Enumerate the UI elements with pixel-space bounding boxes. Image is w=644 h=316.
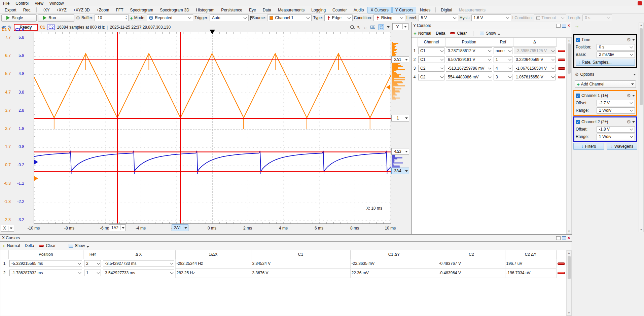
ycursor-tag-1[interactable]: 1 (391, 115, 409, 121)
time-checkbox[interactable]: ✓ (576, 38, 580, 42)
tab-x-cursors[interactable]: X Cursors (367, 7, 391, 13)
ycursor-position-select[interactable]: 554.4483986 mV (446, 74, 492, 80)
tab-persistence[interactable]: Persistence (218, 7, 245, 13)
ycursor-tag-2d1[interactable]: 2Δ1 (391, 56, 409, 63)
tab-data[interactable]: Data (260, 7, 274, 13)
clear-cursors-button[interactable]: Clear (39, 243, 56, 248)
tab-xyz[interactable]: +XYZ (53, 7, 69, 13)
channel2-gear-icon[interactable]: ⚙ (627, 119, 631, 124)
trigger-flag-icon[interactable] (250, 16, 251, 20)
add-normal-cursor-button[interactable]: +Normal (2, 243, 20, 248)
tab-notes[interactable]: Notes (417, 7, 433, 13)
dock-icon[interactable] (556, 24, 561, 28)
tab-digital[interactable]: Digital (438, 7, 455, 13)
channel2-range-select[interactable]: 1 V/div (597, 134, 635, 140)
wavegens-button[interactable]: ↓Wavegens (607, 143, 637, 150)
condition-select[interactable]: Rising (373, 14, 405, 21)
tab-export[interactable]: Export (2, 7, 20, 13)
xcursor-tag-1d2[interactable]: 1Δ2 (109, 224, 126, 231)
close-icon[interactable]: × (568, 24, 570, 28)
waveform-plot[interactable]: X: 10 ms (34, 32, 391, 224)
mode-add-icon[interactable]: + (130, 16, 133, 20)
sidebar-scrollbar[interactable]: ▲▼ (639, 23, 644, 232)
tab-rec[interactable]: Rec. (20, 7, 35, 13)
tab-zoom[interactable]: +Zoom (94, 7, 112, 13)
channel1-gear-icon[interactable]: ⚙ (627, 93, 631, 98)
channel1-offset-select[interactable]: -2.7 V (597, 100, 635, 106)
mode-select[interactable]: Repeated (147, 14, 193, 21)
xcursor-position-select[interactable]: -5.329215565 ms (9, 260, 82, 267)
ycursor-delta-select[interactable]: -3.3985765125 V (514, 47, 556, 54)
tab-eye[interactable]: Eye (246, 7, 259, 13)
tab-counter[interactable]: Counter (329, 7, 350, 13)
menu-item-file[interactable]: File (0, 0, 12, 6)
layout-grid-button[interactable]: 1 23 4 (378, 24, 384, 30)
tab-spectrogram-3d[interactable]: Spectrogram 3D (157, 7, 192, 13)
tab-xy[interactable]: +XY (39, 7, 52, 13)
ycursor-tag-3d4[interactable]: 3Δ4 (391, 168, 409, 174)
add-normal-cursor-button[interactable]: +Normal (414, 31, 431, 36)
trigger-position-marker[interactable] (210, 30, 215, 34)
xcursor-tag-2d1[interactable]: 2Δ1 (172, 224, 188, 231)
source-select[interactable]: Channel 1 (267, 14, 312, 21)
ruler-icon[interactable] (370, 26, 375, 29)
menu-item-window[interactable]: Window (46, 0, 67, 6)
close-icon[interactable]: × (568, 236, 570, 240)
y-cursors-scrollbar[interactable]: ▲ ▼ (566, 38, 572, 234)
buffer-spin-arrows[interactable]: ▲▼ (124, 15, 128, 21)
add-delta-cursor-button[interactable]: Delta (25, 243, 34, 248)
channel2-offset-select[interactable]: -1.8 V (597, 126, 635, 133)
fit-horizontal-icon[interactable]: ↔ (363, 25, 367, 30)
options-row[interactable]: ⚙Options (573, 70, 637, 79)
show-menu-button[interactable]: Show (480, 31, 500, 36)
menu-item-control[interactable]: Control (12, 0, 32, 6)
ycursor-channel-select[interactable]: C1 (418, 56, 444, 63)
tab-xyz-3d[interactable]: +XYZ 3D (70, 7, 93, 13)
y-cursors-title-bar[interactable]: Y Cursors × (412, 22, 572, 29)
ycursor-ref-select[interactable]: none (494, 47, 512, 54)
ycursor-tag-4d3[interactable]: 4Δ3 (391, 148, 409, 155)
rate-samples-button[interactable]: ↓Rate, Samples... (576, 59, 635, 66)
show-menu-button[interactable]: Show (69, 243, 89, 248)
tab-measurements[interactable]: Measurements (456, 7, 489, 13)
remove-cursor-button[interactable] (558, 76, 565, 78)
xcursor-ref-select[interactable]: 2 (84, 260, 101, 267)
xcursor-deltax-select[interactable]: -3.542927733 ms (103, 260, 174, 267)
x-cursors-scrollbar[interactable]: ▲▼ (566, 250, 572, 316)
ycursor-ref-select[interactable]: 4 (494, 65, 512, 72)
remove-cursor-button[interactable] (558, 272, 565, 274)
clear-cursors-button[interactable]: Clear (450, 31, 467, 36)
ycursor-position-select[interactable]: -513.167259786 mV (446, 65, 492, 72)
channel1-checkbox[interactable]: ✓ (576, 94, 580, 98)
remove-cursor-button[interactable] (558, 262, 565, 265)
xcursor-ref-select[interactable]: 1 (84, 270, 101, 276)
lcondition-select[interactable]: Timeout (534, 14, 566, 21)
tab-measurements[interactable]: Measurements (275, 7, 308, 13)
channel2-checkbox[interactable]: ✓ (576, 120, 580, 124)
ycursor-delta-select[interactable]: 1.067615658 V (514, 74, 556, 80)
ycursor-channel-select[interactable]: C2 (418, 65, 444, 72)
type-select[interactable]: Edge (324, 14, 353, 21)
ycursor-channel-select[interactable]: C1 (418, 47, 444, 54)
hysteresis-select[interactable]: 1.6 V (471, 14, 511, 21)
ycursor-ref-select[interactable]: 3 (494, 74, 512, 80)
ycursor-delta-select[interactable]: -1.0676156584 V (514, 65, 556, 72)
tab-y-cursors[interactable]: Y Cursors (392, 7, 416, 13)
xcursor-deltax-select[interactable]: 3.542927733 ms (103, 270, 174, 276)
pointer-mode-icon[interactable]: ↖ (357, 25, 360, 30)
float-icon[interactable] (562, 236, 566, 240)
layout-dropdown-icon[interactable] (387, 26, 390, 28)
channel2-badge[interactable]: C2 (47, 25, 55, 30)
menu-item-view[interactable]: View (32, 0, 46, 6)
ycursor-position-select[interactable]: 6.507829181 V (446, 56, 492, 63)
zoom-in-icon[interactable] (350, 25, 354, 29)
add-channel-button[interactable]: +Add Channel (575, 80, 636, 88)
ycursor-channel-select[interactable]: C2 (418, 74, 444, 80)
x-axis-menu-button[interactable]: X (1, 225, 14, 232)
expand-right-icon[interactable]: → (574, 23, 579, 29)
ycursor-ref-select[interactable]: 1 (494, 56, 512, 63)
length-select[interactable]: 0 s (582, 14, 612, 21)
ycursor-delta-select[interactable]: 3.220640569 V (514, 56, 556, 63)
tab-histogram[interactable]: Histogram (193, 7, 218, 13)
tab-spectrogram[interactable]: Spectrogram (127, 7, 156, 13)
